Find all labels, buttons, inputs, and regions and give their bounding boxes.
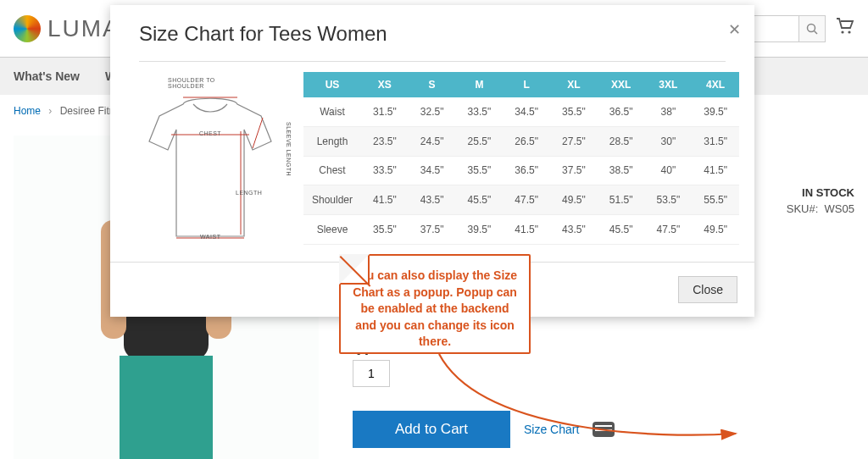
diagram-label-shoulder: SHOULDER TO SHOULDER <box>168 77 253 89</box>
measure-value: 49.5" <box>692 215 739 245</box>
measure-value: 41.5" <box>692 156 739 185</box>
measure-value: 47.5" <box>645 215 693 245</box>
table-row: Waist31.5"32.5"33.5"34.5"35.5"36.5"38"39… <box>303 97 739 126</box>
measure-value: 49.5" <box>550 185 598 215</box>
sku-line: SKU#: WS05 <box>787 202 854 215</box>
measure-value: 53.5" <box>645 185 693 215</box>
measure-value: 33.5" <box>456 97 504 126</box>
measure-value: 43.5" <box>409 185 456 215</box>
size-col-header: 3XL <box>645 72 693 97</box>
breadcrumb-home[interactable]: Home <box>14 105 41 117</box>
logo[interactable]: LUMA <box>14 15 120 42</box>
table-row: Length23.5"24.5"25.5"26.5"27.5"28.5"30"3… <box>303 126 739 156</box>
diagram-label-chest: CHEST <box>199 130 221 136</box>
table-row: Sleeve35.5"37.5"39.5"41.5"43.5"45.5"47.5… <box>303 215 739 245</box>
svg-point-2 <box>841 30 843 33</box>
measure-value: 30" <box>645 126 693 156</box>
measure-value: 37.5" <box>409 215 456 245</box>
measure-label: Chest <box>303 156 361 185</box>
measure-value: 38" <box>645 97 693 126</box>
measure-value: 39.5" <box>692 97 739 126</box>
annotation-callout: You can also display the Size Chart as a… <box>339 254 531 354</box>
logo-text: LUMA <box>47 15 120 42</box>
logo-icon <box>14 15 41 42</box>
measure-value: 38.5" <box>598 156 645 185</box>
measure-value: 41.5" <box>503 215 550 245</box>
diagram-label-sleeve: SLEEVE LENGTH <box>286 122 292 176</box>
measure-value: 45.5" <box>598 215 645 245</box>
sku-value: WS05 <box>825 202 854 215</box>
measure-value: 34.5" <box>409 156 456 185</box>
measure-label: Length <box>303 126 361 156</box>
svg-point-0 <box>808 24 815 31</box>
measure-value: 36.5" <box>503 156 550 185</box>
measure-value: 41.5" <box>361 185 409 215</box>
measure-value: 26.5" <box>503 126 550 156</box>
measure-value: 34.5" <box>503 97 550 126</box>
stock-status: IN STOCK <box>787 186 854 199</box>
svg-rect-9 <box>120 356 213 459</box>
add-to-cart-button[interactable]: Add to Cart <box>353 411 510 448</box>
tee-diagram: SHOULDER TO SHOULDER SLEEVE LENGTH CHEST… <box>125 75 295 245</box>
size-col-header: XXL <box>598 72 645 97</box>
measure-value: 32.5" <box>409 97 456 126</box>
measure-value: 25.5" <box>456 126 504 156</box>
measure-value: 35.5" <box>361 215 409 245</box>
table-row: Chest33.5"34.5"35.5"36.5"37.5"38.5"40"41… <box>303 156 739 185</box>
cart-icon[interactable] <box>836 18 854 40</box>
diagram-label-waist: WAIST <box>200 234 220 240</box>
measure-value: 45.5" <box>456 185 504 215</box>
measure-value: 51.5" <box>598 185 645 215</box>
measure-label: Waist <box>303 97 361 126</box>
size-col-header: XS <box>361 72 409 97</box>
measure-value: 47.5" <box>503 185 550 215</box>
close-icon[interactable]: ✕ <box>728 20 741 39</box>
measure-value: 27.5" <box>550 126 598 156</box>
measure-value: 55.5" <box>692 185 739 215</box>
measure-value: 33.5" <box>361 156 409 185</box>
modal-body: SHOULDER TO SHOULDER SLEEVE LENGTH CHEST… <box>110 62 754 262</box>
measure-value: 35.5" <box>456 156 504 185</box>
sku-label: SKU#: <box>787 202 819 215</box>
nav-whats-new[interactable]: What's New <box>14 69 80 83</box>
measure-value: 28.5" <box>598 126 645 156</box>
measure-value: 31.5" <box>692 126 739 156</box>
modal-header: Size Chart for Tees Women ✕ <box>110 5 754 54</box>
size-col-header: US <box>303 72 361 97</box>
qty-input[interactable] <box>353 360 390 387</box>
svg-point-3 <box>848 30 850 33</box>
size-table: USXSSMLXLXXL3XL4XL Waist31.5"32.5"33.5"3… <box>303 72 739 245</box>
modal-title: Size Chart for Tees Women <box>139 22 726 46</box>
measure-label: Sleeve <box>303 215 361 245</box>
close-button[interactable]: Close <box>678 276 737 303</box>
stock-block: IN STOCK SKU#: WS05 <box>787 186 854 215</box>
measure-value: 36.5" <box>598 97 645 126</box>
size-col-header: L <box>503 72 550 97</box>
measure-label: Shoulder <box>303 185 361 215</box>
size-col-header: 4XL <box>692 72 739 97</box>
measure-value: 40" <box>645 156 693 185</box>
size-col-header: S <box>409 72 456 97</box>
svg-line-1 <box>815 30 818 34</box>
measure-value: 43.5" <box>550 215 598 245</box>
size-col-header: XL <box>550 72 598 97</box>
measure-value: 39.5" <box>456 215 504 245</box>
callout-text: You can also display the Size Chart as a… <box>353 268 517 348</box>
measure-value: 24.5" <box>409 126 456 156</box>
size-chart-link[interactable]: Size Chart <box>524 423 579 436</box>
table-row: Shoulder41.5"43.5"45.5"47.5"49.5"51.5"53… <box>303 185 739 215</box>
measure-value: 31.5" <box>361 97 409 126</box>
measure-value: 35.5" <box>550 97 598 126</box>
size-col-header: M <box>456 72 504 97</box>
diagram-label-length: LENGTH <box>236 190 262 196</box>
search-icon[interactable] <box>798 15 826 42</box>
chevron-right-icon: › <box>48 105 52 117</box>
tape-measure-icon[interactable] <box>593 422 615 437</box>
measure-value: 37.5" <box>550 156 598 185</box>
measure-value: 23.5" <box>361 126 409 156</box>
